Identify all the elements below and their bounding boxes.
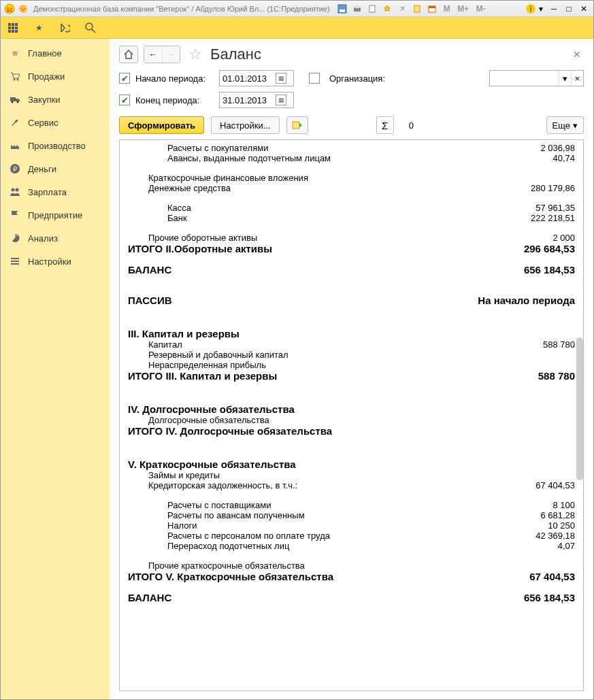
wrench-icon [9, 116, 21, 129]
report-total-label: ИТОГО III. Капитал и резервы [128, 370, 473, 382]
star-icon[interactable]: ★ [32, 21, 46, 35]
m-button[interactable]: M [440, 3, 454, 15]
org-input[interactable]: ▾ × [489, 70, 584, 86]
svg-rect-19 [8, 30, 11, 33]
settings-button[interactable]: Настройки... [211, 116, 280, 134]
m-minus-button[interactable]: M- [473, 3, 489, 15]
org-checkbox[interactable]: ✔ [309, 73, 320, 84]
calendar-picker-icon[interactable]: ▦ [276, 95, 286, 105]
forward-button[interactable]: → [162, 46, 180, 63]
favorite-page-icon[interactable]: ☆ [188, 46, 202, 63]
report-total-value: 588 780 [473, 370, 575, 382]
svg-point-2 [19, 5, 27, 13]
m-plus-button[interactable]: M+ [455, 3, 472, 15]
close-button[interactable]: ✕ [577, 3, 591, 15]
export-button[interactable] [286, 116, 308, 134]
start-date-checkbox[interactable]: ✔ [119, 73, 130, 84]
sum-button[interactable]: Σ [376, 116, 394, 134]
end-date-field[interactable] [222, 95, 276, 105]
sidebar-item-service[interactable]: Сервис [1, 111, 110, 134]
apps-icon[interactable] [6, 21, 20, 35]
scrollbar-thumb[interactable] [576, 337, 583, 480]
report-value [473, 561, 575, 571]
save-icon[interactable] [335, 3, 349, 15]
calendar-icon[interactable] [425, 3, 439, 15]
link-icon[interactable] [395, 3, 409, 15]
sidebar-item-company[interactable]: Предприятие [1, 203, 110, 227]
report-label: Денежные средства [128, 183, 473, 193]
sidebar-item-analysis[interactable]: Анализ [1, 227, 110, 250]
maximize-button[interactable]: □ [562, 3, 576, 15]
ruble-icon: ₽ [9, 163, 21, 175]
menu-icon: ≡ [9, 47, 21, 59]
report-balance-label: БАЛАНС [128, 264, 473, 276]
report-area[interactable]: Расчеты с покупателями2 036,98 Авансы, в… [119, 139, 584, 691]
dropdown-icon[interactable] [17, 3, 29, 15]
svg-rect-26 [10, 97, 16, 101]
report-label: Нераспределенная прибыль [128, 360, 473, 370]
report-label: Краткосрочные финансовые вложения [128, 173, 473, 183]
info-icon[interactable]: i [524, 3, 538, 15]
start-date-field[interactable] [222, 73, 276, 84]
report-total-label: ИТОГО II.Оборотные активы [128, 243, 473, 254]
svg-text:1c: 1c [6, 6, 13, 13]
sidebar-label: Предприятие [28, 210, 82, 220]
report-value: 8 100 [473, 500, 575, 510]
home-button[interactable] [119, 46, 138, 63]
titlebar: 1c Демонстрационная база компании "Ветер… [1, 1, 593, 17]
end-date-checkbox[interactable]: ✔ [119, 95, 130, 105]
report-label: Прочие оборотные активы [128, 233, 473, 243]
sidebar-label: Сервис [28, 118, 59, 128]
svg-point-25 [17, 79, 19, 81]
calc-icon[interactable] [410, 3, 424, 15]
doc-icon[interactable] [365, 3, 379, 15]
calendar-picker-icon[interactable]: ▦ [276, 73, 286, 84]
report-value: 6 681,28 [473, 510, 575, 520]
sidebar-item-settings[interactable]: Настройки [1, 250, 110, 273]
sidebar-item-salary[interactable]: Зарплата [1, 180, 110, 203]
svg-rect-33 [11, 258, 19, 259]
svg-rect-8 [414, 5, 420, 12]
svg-rect-34 [11, 261, 19, 262]
chevron-down-icon: ▾ [573, 120, 578, 131]
sidebar-item-purchases[interactable]: Закупки [1, 88, 110, 111]
report-value: 222 218,51 [473, 213, 575, 223]
svg-rect-14 [12, 23, 14, 26]
report-value [473, 470, 575, 480]
svg-rect-16 [8, 27, 11, 29]
search-icon[interactable] [84, 21, 97, 35]
history-icon[interactable] [58, 21, 71, 35]
report-balance-value: 656 184,53 [473, 592, 575, 603]
end-date-input[interactable]: ▦ [219, 92, 294, 108]
app-logo-icon: 1c [3, 3, 16, 15]
report-value: 57 961,35 [473, 203, 575, 213]
flag-icon [9, 209, 21, 221]
svg-rect-15 [15, 23, 18, 26]
report-value: 2 000 [473, 233, 575, 243]
back-button[interactable]: ← [144, 46, 162, 63]
info-dropdown-icon[interactable]: ▾ [538, 3, 544, 15]
minimize-button[interactable]: ─ [547, 3, 561, 15]
start-date-input[interactable]: ▦ [219, 70, 294, 86]
sidebar-item-money[interactable]: ₽Деньги [1, 157, 110, 180]
svg-rect-6 [355, 5, 359, 8]
main-panel: ← → ☆ Баланс ✕ ✔ Начало периода: ▦ ✔ Орг… [110, 39, 593, 700]
sidebar-item-production[interactable]: Производство [1, 134, 110, 157]
svg-point-31 [12, 188, 15, 192]
sidebar-label: Анализ [28, 233, 58, 244]
org-clear-icon[interactable]: × [571, 71, 583, 86]
end-date-label: Конец периода: [135, 95, 214, 105]
form-button[interactable]: Сформировать [119, 116, 204, 134]
sidebar-item-main[interactable]: ≡Главное [1, 41, 110, 65]
svg-point-24 [14, 79, 16, 81]
org-label: Организация: [329, 73, 385, 84]
sidebar-item-sales[interactable]: Продажи [1, 65, 110, 88]
print-icon[interactable] [350, 3, 364, 15]
svg-rect-7 [369, 5, 375, 12]
close-page-button[interactable]: ✕ [570, 46, 584, 63]
favorite-icon[interactable] [380, 3, 394, 15]
sidebar-label: Продажи [28, 71, 65, 82]
org-dropdown-icon[interactable]: ▾ [559, 71, 571, 86]
svg-rect-17 [12, 27, 14, 29]
more-button[interactable]: Еще▾ [546, 116, 584, 134]
